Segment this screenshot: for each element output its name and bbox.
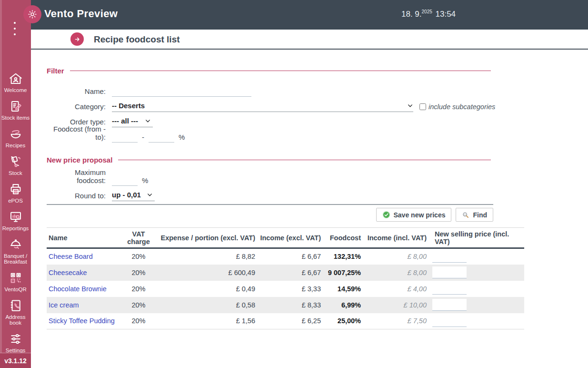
max-foodcost-input[interactable] <box>112 174 138 186</box>
name-input[interactable] <box>112 85 251 97</box>
cell-expense-portion: £ 1,56 <box>158 313 258 329</box>
table-row: Ice cream 20% £ 0,58 £ 8,33 6,99% £ 10,0… <box>47 297 524 313</box>
sidebar-item-label: Recipes <box>6 143 26 148</box>
header-foodcost: Foodcost <box>323 228 363 248</box>
foodcost-from-input[interactable] <box>112 131 138 143</box>
sidebar-item-label: Address book <box>0 314 31 326</box>
cell-income-incl-vat: £ 8,00 <box>363 265 429 281</box>
include-subcategories-checkbox[interactable] <box>419 103 426 110</box>
new-price-input[interactable] <box>432 251 467 263</box>
sidebar-item-address-book[interactable]: Address book <box>0 298 31 326</box>
new-price-input[interactable] <box>432 315 467 327</box>
header-income-incl-vat: Income (incl. VAT) <box>363 228 429 248</box>
table-row: Chocolate Brownie 20% £ 0,49 £ 3,33 14,5… <box>47 281 524 297</box>
chevron-down-icon <box>407 102 413 109</box>
cell-name: Cheese Board <box>47 248 120 265</box>
round-to-value: up - 0,01 <box>112 191 141 199</box>
cell-name: Chocolate Brownie <box>47 281 120 297</box>
cell-income-incl-vat: £ 7,50 <box>363 313 429 329</box>
new-price-input[interactable] <box>432 299 467 311</box>
header-datetime: 18. 9.2025 13:54 <box>401 9 456 19</box>
cell-new-selling-price <box>429 265 524 281</box>
home-icon <box>9 72 23 86</box>
header-expense-portion: Expense / portion (excl. VAT) <box>158 228 258 248</box>
sidebar-item-label: VentoQR <box>4 286 27 292</box>
document-pencil-icon <box>9 99 23 113</box>
sidebar-item-epos[interactable]: ePOS <box>0 182 31 204</box>
sidebar-item-ventoqr[interactable]: VentoQR <box>0 271 31 292</box>
magnifier-icon <box>462 211 469 219</box>
section-divider-line <box>70 71 491 71</box>
sidebar-item-banquet-breakfast[interactable]: Banquet / Breakfast <box>0 237 31 265</box>
cell-new-selling-price <box>429 281 524 297</box>
header-year: 2025 <box>422 9 432 14</box>
sidebar-item-recipes[interactable]: Recipes <box>0 127 31 148</box>
recipe-link[interactable]: Cheesecake <box>49 269 87 276</box>
sidebar-item-welcome[interactable]: Welcome <box>0 72 31 93</box>
app-window: Welcome Stock items <box>0 0 588 368</box>
cell-foodcost: 9 007,25% <box>323 265 363 281</box>
cell-expense-portion: £ 600,49 <box>158 265 258 281</box>
foodcost-table: Name VAT charge Expense / portion (excl.… <box>47 227 524 329</box>
percent-sign: % <box>142 176 148 186</box>
arrow-right-icon <box>74 36 81 43</box>
recipe-link[interactable]: Chocolate Brownie <box>49 285 107 293</box>
sidebar-item-label: Stock items <box>1 115 30 121</box>
cell-income-incl-vat: £ 4,00 <box>363 281 429 297</box>
section-divider <box>47 204 493 205</box>
sidebar-item-reportings[interactable]: Reportings <box>0 210 31 231</box>
sidebar-item-settings[interactable]: Settings <box>0 332 31 353</box>
cell-expense-portion: £ 0,49 <box>158 281 258 297</box>
header-name: Name <box>47 228 120 248</box>
round-to-label: Round to: <box>47 192 106 201</box>
cell-expense-portion: £ 8,82 <box>158 248 258 265</box>
cell-foodcost: 6,99% <box>323 297 363 313</box>
save-new-prices-button[interactable]: Save new prices <box>376 208 452 222</box>
cell-income-excl-vat: £ 6,67 <box>258 265 323 281</box>
range-separator: - <box>142 133 144 143</box>
table-row: Cheesecake 20% £ 600,49 £ 6,67 9 007,25%… <box>47 265 524 281</box>
filter-heading: Filter <box>47 67 64 75</box>
cell-new-selling-price <box>429 313 524 329</box>
sidebar-item-stock-items[interactable]: Stock items <box>0 99 31 121</box>
sidebar-item-label: Banquet / Breakfast <box>0 253 31 265</box>
forward-arrow-button[interactable] <box>70 32 84 46</box>
name-filter-row: Name: <box>47 82 588 97</box>
section-divider-line <box>118 160 491 160</box>
gear-icon <box>27 9 38 20</box>
header-vat-charge: VAT charge <box>120 228 158 248</box>
table-row: Sticky Toffee Pudding 20% £ 1,56 £ 6,25 … <box>47 313 524 329</box>
sidebar-item-stock[interactable]: Stock <box>0 154 31 176</box>
version-badge: v3.1.12 <box>0 353 31 368</box>
gear-button[interactable] <box>23 5 41 23</box>
foodcost-range-row: Foodcost (from - to): - % <box>47 127 588 143</box>
recipe-link[interactable]: Sticky Toffee Pudding <box>49 317 115 325</box>
cell-vat-charge: 20% <box>120 313 158 329</box>
page-header-bar: Recipe foodcost list <box>31 30 588 50</box>
category-select[interactable]: -- Deserts <box>112 100 413 112</box>
page-content: Filter Name: Category: -- Deserts includ… <box>31 50 588 329</box>
include-subcategories-wrap: include subcategories <box>419 103 495 112</box>
check-circle-icon <box>382 211 390 219</box>
action-buttons: Save new prices Find <box>47 208 493 222</box>
chevron-down-icon <box>147 192 153 198</box>
include-subcategories-label: include subcategories <box>429 103 495 111</box>
proposal-section-header: New price proposal <box>47 156 491 164</box>
foodcost-to-input[interactable] <box>149 131 174 143</box>
proposal-heading: New price proposal <box>47 156 112 164</box>
order-type-select[interactable]: --- all --- <box>112 115 153 127</box>
find-button[interactable]: Find <box>456 208 493 222</box>
round-to-select[interactable]: up - 0,01 <box>112 189 155 201</box>
kebab-menu-icon[interactable] <box>14 22 16 35</box>
new-price-input[interactable] <box>432 283 467 295</box>
cell-new-selling-price <box>429 248 524 265</box>
bowls-icon <box>9 127 23 141</box>
table-row: Cheese Board 20% £ 8,82 £ 6,67 132,31% £… <box>47 248 524 265</box>
recipe-link[interactable]: Cheese Board <box>49 253 93 260</box>
recipe-link[interactable]: Ice cream <box>49 301 79 309</box>
cell-foodcost: 132,31% <box>323 248 363 265</box>
max-foodcost-row: Maximum foodcost: % <box>47 171 588 186</box>
chevron-down-icon <box>145 118 151 124</box>
new-price-input[interactable] <box>432 266 467 278</box>
sidebar-item-label: ePOS <box>8 198 23 204</box>
